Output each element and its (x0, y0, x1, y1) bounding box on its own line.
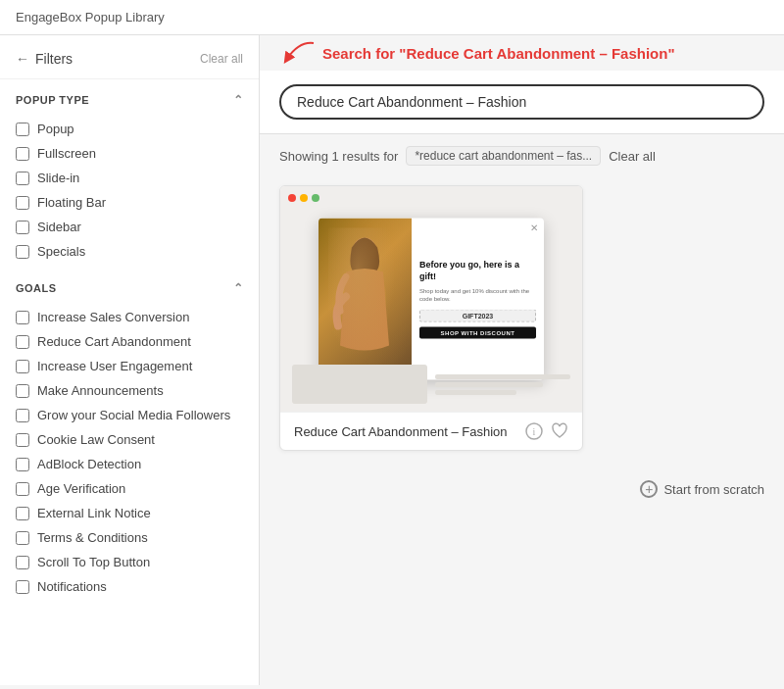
goal-increase-sales-label: Increase Sales Conversion (37, 310, 189, 324)
popup-type-slide-in-checkbox[interactable] (16, 172, 29, 185)
heart-icon (551, 422, 568, 440)
goal-scroll-top-label: Scroll To Top Button (37, 555, 150, 569)
popup-type-chevron-icon: ⌃ (233, 93, 244, 107)
goal-increase-engagement[interactable]: Increase User Engagement (16, 354, 243, 378)
goal-terms[interactable]: Terms & Conditions (16, 525, 243, 550)
start-from-scratch[interactable]: + Start from scratch (260, 470, 784, 508)
main-content: Search for "Reduce Cart Abandonment – Fa… (260, 35, 784, 685)
popup-type-section: POPUP TYPE ⌃ Popup Fullscreen Slide-in (0, 79, 259, 268)
filters-label: ← Filters (16, 51, 73, 67)
goals-section: GOALS ⌃ Increase Sales Conversion Reduce… (0, 268, 259, 603)
svg-point-1 (352, 238, 377, 268)
goal-social-media[interactable]: Grow your Social Media Followers (16, 403, 243, 427)
search-area (260, 71, 784, 134)
card-preview: ✕ Before you go, here is a gift! Shop to… (280, 186, 582, 412)
popup-left-image (318, 219, 412, 380)
goals-list: Increase Sales Conversion Reduce Cart Ab… (16, 305, 243, 599)
popup-mockup: ✕ Before you go, here is a gift! Shop to… (318, 219, 544, 380)
dot-red (288, 194, 296, 202)
goal-reduce-cart[interactable]: Reduce Cart Abandonment (16, 329, 243, 354)
results-clear-button[interactable]: Clear all (609, 149, 656, 164)
popup-type-slide-in-label: Slide-in (37, 171, 79, 185)
start-scratch-label: Start from scratch (663, 482, 764, 497)
goals-chevron-icon: ⌃ (233, 281, 244, 295)
goal-announcements-checkbox[interactable] (16, 384, 29, 398)
goal-increase-sales-checkbox[interactable] (16, 311, 29, 324)
goal-notifications-checkbox[interactable] (16, 580, 29, 594)
popup-type-specials[interactable]: Specials (16, 239, 243, 264)
goal-increase-sales[interactable]: Increase Sales Conversion (16, 305, 243, 329)
card-info-button[interactable]: i (525, 422, 543, 440)
popup-type-floating-bar[interactable]: Floating Bar (16, 190, 243, 215)
filters-header: ← Filters Clear all (0, 35, 259, 79)
app-title: EngageBox Popup Library (16, 10, 165, 25)
filters-text: Filters (35, 51, 73, 67)
goal-external-link-checkbox[interactable] (16, 507, 29, 520)
popup-type-popup-label: Popup (37, 122, 74, 136)
popup-type-title: POPUP TYPE ⌃ (16, 93, 243, 107)
results-bar: Showing 1 results for *reduce cart aband… (260, 134, 784, 177)
goal-terms-label: Terms & Conditions (37, 530, 148, 545)
card-like-button[interactable] (551, 422, 568, 440)
popup-type-fullscreen-checkbox[interactable] (16, 147, 29, 161)
goal-adblock-checkbox[interactable] (16, 458, 29, 471)
popup-title: Before you go, here is a gift! (419, 260, 536, 282)
clear-all-button[interactable]: Clear all (200, 52, 243, 66)
goal-age-verification-label: Age Verification (37, 481, 125, 496)
goal-announcements-label: Make Announcements (37, 383, 164, 398)
plus-circle-icon: + (640, 480, 658, 498)
popup-type-sidebar-checkbox[interactable] (16, 221, 29, 234)
goal-scroll-top-checkbox[interactable] (16, 556, 29, 569)
goal-cookie-law-label: Cookie Law Consent (37, 432, 155, 447)
goal-scroll-top[interactable]: Scroll To Top Button (16, 550, 243, 574)
sidebar: ← Filters Clear all POPUP TYPE ⌃ Popup F… (0, 35, 260, 685)
goals-title: GOALS ⌃ (16, 281, 243, 295)
popup-type-slide-in[interactable]: Slide-in (16, 166, 243, 190)
popup-cta[interactable]: SHOP WITH DISCOUNT (419, 326, 536, 338)
card-dots (288, 194, 319, 202)
popup-close-icon[interactable]: ✕ (530, 222, 538, 233)
goal-notifications-label: Notifications (37, 579, 107, 594)
popup-type-specials-checkbox[interactable] (16, 245, 29, 259)
search-input[interactable] (279, 84, 764, 120)
goal-external-link-label: External Link Notice (37, 506, 151, 520)
goal-announcements[interactable]: Make Announcements (16, 378, 243, 403)
goal-increase-engagement-label: Increase User Engagement (37, 359, 192, 373)
annotation-text: Search for "Reduce Cart Abandonment – Fa… (322, 45, 675, 62)
goal-cookie-law-checkbox[interactable] (16, 433, 29, 447)
popup-type-list: Popup Fullscreen Slide-in Floating Bar S… (16, 117, 243, 264)
svg-point-0 (343, 268, 386, 326)
search-annotation: Search for "Reduce Cart Abandonment – Fa… (279, 39, 784, 67)
goal-adblock[interactable]: AdBlock Detection (16, 452, 243, 476)
popup-type-specials-label: Specials (37, 244, 85, 259)
goal-age-verification[interactable]: Age Verification (16, 476, 243, 501)
dot-green (312, 194, 319, 202)
results-count-text: Showing 1 results for (279, 149, 398, 164)
popup-type-floating-bar-checkbox[interactable] (16, 196, 29, 210)
popup-right: ✕ Before you go, here is a gift! Shop to… (412, 219, 544, 380)
goal-cookie-law[interactable]: Cookie Law Consent (16, 427, 243, 452)
results-tag: *reduce cart abandonment – fas... (406, 146, 601, 166)
svg-text:i: i (533, 426, 536, 437)
goal-notifications[interactable]: Notifications (16, 574, 243, 599)
filter-icon: ← (16, 51, 29, 67)
skeleton-bottom (292, 365, 570, 404)
popup-type-popup-checkbox[interactable] (16, 123, 29, 136)
goal-reduce-cart-checkbox[interactable] (16, 335, 29, 349)
card-title: Reduce Cart Abandonment – Fashion (294, 424, 508, 439)
goal-reduce-cart-label: Reduce Cart Abandonment (37, 334, 191, 349)
popup-type-popup[interactable]: Popup (16, 117, 243, 141)
goal-age-verification-checkbox[interactable] (16, 482, 29, 496)
goal-external-link[interactable]: External Link Notice (16, 501, 243, 525)
goal-adblock-label: AdBlock Detection (37, 457, 141, 471)
popup-type-fullscreen[interactable]: Fullscreen (16, 141, 243, 166)
goal-terms-checkbox[interactable] (16, 531, 29, 545)
goal-social-media-label: Grow your Social Media Followers (37, 408, 230, 422)
popup-coupon: GIFT2023 (419, 309, 536, 321)
popup-subtitle: Shop today and get 10% discount with the… (419, 286, 536, 303)
red-arrow-icon (279, 39, 318, 67)
popup-type-sidebar[interactable]: Sidebar (16, 215, 243, 239)
popup-type-sidebar-label: Sidebar (37, 220, 81, 234)
goal-social-media-checkbox[interactable] (16, 409, 29, 422)
goal-increase-engagement-checkbox[interactable] (16, 360, 29, 373)
